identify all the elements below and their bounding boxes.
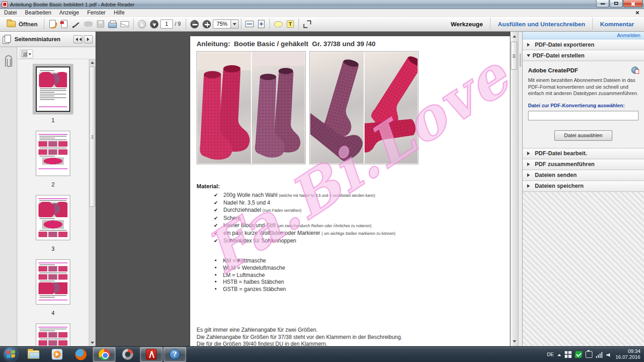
open-button[interactable]: Öffnen xyxy=(3,18,42,30)
menu-fenster[interactable]: Fenster xyxy=(83,9,110,16)
taskbar-chrome[interactable] xyxy=(93,347,115,362)
thumbnail-preview xyxy=(36,324,70,346)
document-scrollbar[interactable] xyxy=(510,32,518,346)
abbreviation-item: • LM = Luftmasche xyxy=(215,272,286,279)
material-item: ✔ 200g Wolle nach Wahl (welche mit Nadel… xyxy=(214,191,395,199)
chevron-down-icon xyxy=(527,54,530,59)
chevron-right-icon xyxy=(527,162,532,166)
menu-bearbeiten[interactable]: Bearbeiten xyxy=(21,9,55,16)
scroll-down-icon xyxy=(513,340,516,344)
volume-icon[interactable] xyxy=(606,353,610,357)
tray-device-icon[interactable] xyxy=(586,351,592,358)
show-hidden-icons[interactable] xyxy=(557,352,561,356)
taskbar-help[interactable]: ? xyxy=(163,347,186,362)
thumbnail-page-4[interactable]: 4 xyxy=(33,257,73,316)
scroll-down-icon xyxy=(91,342,94,346)
scrollbar-thumb[interactable] xyxy=(90,67,95,207)
thumbnail-scroll-area: 1 2 xyxy=(17,59,96,346)
section-send-files[interactable]: Dateien senden xyxy=(523,170,644,181)
thumbnail-page-3[interactable]: 3 xyxy=(33,192,73,252)
menu-anzeige[interactable]: Anzeige xyxy=(55,9,83,16)
comment-tab[interactable]: Kommentar xyxy=(593,21,641,28)
bullet-icon: • xyxy=(215,272,216,279)
upload-cloud-button[interactable] xyxy=(82,18,95,30)
taskbar-media-player[interactable] xyxy=(46,347,68,362)
section-pdf-export[interactable]: PDF-Datei exportieren xyxy=(523,39,644,50)
save-button[interactable] xyxy=(95,18,106,30)
zoom-in-button[interactable] xyxy=(201,18,213,30)
email-icon xyxy=(120,21,129,27)
help-icon: ? xyxy=(169,349,180,360)
sidebar-menu-button[interactable] xyxy=(84,35,93,43)
fit-page-button[interactable] xyxy=(255,18,267,30)
zoom-dropdown-button[interactable] xyxy=(231,19,239,29)
fit-width-button[interactable] xyxy=(244,18,255,30)
antivirus-icon[interactable] xyxy=(575,351,582,358)
section-store-files[interactable]: Dateien speichern xyxy=(523,181,644,192)
language-indicator[interactable]: DE xyxy=(547,352,554,357)
tray-grid-icon[interactable] xyxy=(565,351,572,358)
material-item: ✔ ein paar kurze Wollfäden oder Markiere… xyxy=(214,229,395,237)
page-count-label: / 9 xyxy=(175,21,181,27)
thumbnail-page-2[interactable]: 2 xyxy=(33,128,73,188)
thumbnail-scrollbar[interactable] xyxy=(89,59,96,346)
tools-tab[interactable]: Werkzeuge xyxy=(443,21,490,28)
sidebar-collapse-button[interactable] xyxy=(73,35,82,43)
taskbar-firefox[interactable] xyxy=(69,347,92,362)
panel-splitter[interactable] xyxy=(518,32,523,346)
print-button[interactable] xyxy=(106,18,119,30)
clock[interactable]: 09:34 16.07.2016 xyxy=(614,348,640,360)
highlight-text-button[interactable]: T xyxy=(284,18,296,30)
taskbar-explorer[interactable] xyxy=(22,347,45,362)
abbreviation-item: • KM = Kettmasche xyxy=(215,257,286,265)
taskbar-adobe-reader[interactable] xyxy=(140,347,163,362)
sign-in-link[interactable]: Anmelden xyxy=(617,33,640,38)
menu-datei[interactable]: Datei xyxy=(0,9,21,16)
check-icon: ✔ xyxy=(214,199,218,206)
thumbnail-pane: 1 2 xyxy=(17,47,96,346)
zoom-out-button[interactable] xyxy=(188,18,201,30)
choose-file-button[interactable]: Datei auswählen xyxy=(554,130,612,141)
sign-button[interactable] xyxy=(70,18,82,30)
photo-purple-boots xyxy=(252,52,305,163)
file-select-label: Datei zur PDF-Konvertierung auswählen: xyxy=(528,103,639,108)
send-file-button[interactable] xyxy=(47,18,58,30)
menu-hilfe[interactable]: Hilfe xyxy=(110,9,129,16)
next-page-button[interactable] xyxy=(148,18,160,30)
email-button[interactable] xyxy=(119,18,131,30)
page-thumbnails-icon[interactable] xyxy=(3,35,11,44)
taskbar-app[interactable] xyxy=(116,347,139,362)
section-pdf-edit[interactable]: PDF-Datei bearbeit. xyxy=(523,148,644,159)
section-pdf-create[interactable]: PDF-Datei erstellen xyxy=(523,50,644,61)
thumbnail-page-5[interactable]: 5 xyxy=(33,321,73,346)
fit-page-icon xyxy=(258,20,264,28)
pdf-file-input[interactable] xyxy=(528,111,639,120)
media-player-icon xyxy=(52,349,62,360)
fill-sign-tab[interactable]: Ausfüllen und Unterschreiben xyxy=(490,21,592,28)
photo-block-left xyxy=(197,51,306,164)
zoom-level-input[interactable]: 75% xyxy=(213,19,231,29)
photo-pink-boots xyxy=(197,52,251,163)
close-document-icon[interactable]: ✕ xyxy=(635,10,639,16)
minimize-button[interactable] xyxy=(596,0,609,7)
check-icon: ✔ xyxy=(214,206,218,214)
attachments-icon[interactable] xyxy=(5,55,12,67)
create-pdf-button[interactable] xyxy=(58,18,70,30)
section-pdf-combine[interactable]: PDF zusammenführen xyxy=(523,159,644,170)
comment-bubble-button[interactable] xyxy=(272,18,284,30)
close-button[interactable] xyxy=(623,0,643,7)
page-number-input[interactable]: 1 xyxy=(160,19,173,29)
reading-mode-button[interactable] xyxy=(301,18,313,30)
thumbnail-page-1[interactable]: 1 xyxy=(33,64,73,124)
comment-bubble-icon xyxy=(274,21,283,27)
adobe-reader-icon xyxy=(146,349,157,360)
scroll-up-icon xyxy=(513,33,516,38)
network-signal-icon[interactable] xyxy=(596,351,603,358)
restore-button[interactable] xyxy=(610,0,623,7)
title-bar[interactable]: Anleitung Bootie Basic bebildert 1.pdf -… xyxy=(0,0,644,9)
scrollbar-thumb[interactable] xyxy=(511,42,517,70)
thumbnail-options-button[interactable] xyxy=(20,49,33,58)
previous-page-button[interactable] xyxy=(136,18,148,30)
explorer-icon xyxy=(28,350,39,359)
start-button[interactable] xyxy=(4,348,18,361)
